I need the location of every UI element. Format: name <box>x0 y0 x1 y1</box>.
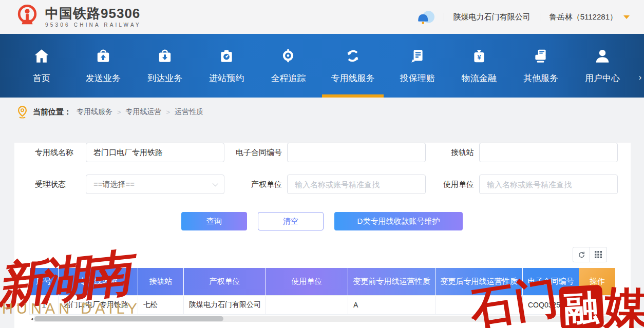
gear-icon <box>593 302 601 310</box>
cell-property-unit: 陕煤电力石门有限公司 <box>184 295 266 314</box>
cell-junction: 七松 <box>138 295 184 314</box>
user-unit-label: 使用单位 <box>426 180 479 189</box>
col-user-unit: 使用单位 <box>266 268 348 295</box>
refresh-icon <box>578 251 585 259</box>
top-header: 中国铁路95306 95306 CHINA RAILWAY 陕煤电力石门有限公司… <box>0 0 644 34</box>
logo-subtitle: 95306 CHINA RAILWAY <box>45 22 141 28</box>
cell-nature-after <box>435 295 523 314</box>
main-navigation: 首页 发送业务 到达业务 进站预约 全程追踪 专用线服务 投保理赔 ¥ 物流金融… <box>0 34 644 98</box>
nav-more-chevron-icon[interactable]: › <box>639 73 641 82</box>
breadcrumb-separator: > <box>117 108 121 116</box>
nav-item-other-services[interactable]: 其他服务 <box>522 34 560 98</box>
nav-item-full-tracking[interactable]: 全程追踪 <box>269 34 307 98</box>
china-railway-emblem-icon <box>15 4 39 30</box>
cell-nature-before: A <box>348 295 435 314</box>
accept-status-label: 受理状态 <box>35 180 86 189</box>
scroll-right-arrow-icon[interactable]: ▸ <box>610 316 615 322</box>
nav-item-label: 首页 <box>33 72 50 84</box>
nav-item-insurance-claim[interactable]: 投保理赔 <box>399 34 437 98</box>
cell-contract-no: COQ03252 <box>523 295 579 314</box>
special-line-icon <box>345 48 361 66</box>
nav-item-station-reservation[interactable]: 进站预约 <box>207 34 245 98</box>
breadcrumb-level2[interactable]: 专用线运营 <box>126 107 162 117</box>
nav-item-arrive-business[interactable]: 到达业务 <box>146 34 184 98</box>
nav-item-label: 用户中心 <box>585 72 620 84</box>
nav-item-label: 物流金融 <box>462 72 497 84</box>
send-box-icon <box>95 48 111 66</box>
breadcrumb-separator: > <box>166 108 171 116</box>
special-line-name-input[interactable] <box>86 143 224 162</box>
cell-seq: 1 <box>30 295 59 314</box>
nav-item-label: 投保理赔 <box>400 72 435 84</box>
nav-item-label: 全程追踪 <box>271 72 306 84</box>
property-unit-input[interactable] <box>287 175 426 194</box>
table-row[interactable]: 1 岩门口电厂专用铁路 七松 陕煤电力石门有限公司 A COQ03252 <box>30 295 615 314</box>
junction-station-input[interactable] <box>479 143 618 162</box>
notification-bell-icon[interactable] <box>416 9 434 25</box>
tracking-target-icon <box>280 48 296 66</box>
nav-item-label: 其他服务 <box>523 72 558 84</box>
breadcrumb-prefix: 当前位置： <box>33 107 71 117</box>
user-unit-input[interactable] <box>479 175 618 194</box>
query-button[interactable]: 查询 <box>181 212 247 230</box>
row-settings-button[interactable] <box>593 300 601 308</box>
d-class-account-maintain-button[interactable]: D类专用线收款账号维护 <box>334 212 463 230</box>
insurance-claim-icon <box>409 48 426 66</box>
special-line-name-label: 专用线名称 <box>35 148 86 158</box>
col-nature-after: 变更后专用线运营性质 <box>435 268 523 295</box>
property-unit-label: 产权单位 <box>224 180 287 189</box>
table-header-row: 序号 专用线名称 接轨站 产权单位 使用单位 变更前专用线运营性质 变更后专用线… <box>30 268 615 295</box>
location-pin-icon <box>17 105 28 119</box>
results-table: 序号 专用线名称 接轨站 产权单位 使用单位 变更前专用线运营性质 变更后专用线… <box>29 268 615 315</box>
col-nature-before: 变更前专用线运营性质 <box>348 268 435 295</box>
contract-no-label: 电子合同编号 <box>224 148 287 158</box>
horizontal-scrollbar[interactable]: ◂ ▸ <box>29 316 615 322</box>
user-caret-down-icon[interactable] <box>623 15 630 22</box>
accept-status-select[interactable]: ==请选择== <box>86 175 224 194</box>
nav-item-label: 到达业务 <box>147 72 182 84</box>
breadcrumb: 当前位置： 专用线服务 > 专用线运营 > 运营性质 <box>0 98 644 126</box>
other-services-icon <box>533 48 549 66</box>
breadcrumb-level3[interactable]: 运营性质 <box>175 107 203 117</box>
accept-status-value: ==请选择== <box>93 180 135 189</box>
arrive-box-icon <box>157 48 173 66</box>
company-name: 陕煤电力石门有限公司 <box>453 12 531 22</box>
nav-item-label: 发送业务 <box>86 72 121 84</box>
nav-item-label: 进站预约 <box>209 72 244 84</box>
nav-item-user-center[interactable]: 用户中心 <box>583 34 621 98</box>
nav-item-home[interactable]: 首页 <box>23 34 61 98</box>
col-property-unit: 产权单位 <box>184 268 266 295</box>
divider <box>444 13 444 21</box>
col-seq: 序号 <box>30 268 59 295</box>
content-card: 专用线名称 电子合同编号 接轨站 受理状态 ==请选择== 产权单位 使用单位 … <box>14 143 631 328</box>
home-icon <box>33 48 50 66</box>
user-center-icon <box>594 48 611 66</box>
cell-operation <box>579 295 615 314</box>
user-menu[interactable]: 鲁岳林（5112281） <box>550 12 617 22</box>
nav-item-send-business[interactable]: 发送业务 <box>84 34 122 98</box>
junction-station-label: 接轨站 <box>426 148 479 158</box>
nav-item-special-line-service[interactable]: 专用线服务 <box>331 34 375 98</box>
scrollbar-track[interactable] <box>34 316 610 322</box>
logistics-finance-icon: ¥ <box>471 48 487 66</box>
clear-button[interactable]: 清空 <box>258 212 324 230</box>
station-reservation-icon <box>218 48 235 66</box>
scrollbar-thumb[interactable] <box>34 316 223 321</box>
col-operation: 操作 <box>579 268 615 295</box>
logo[interactable]: 中国铁路95306 95306 CHINA RAILWAY <box>15 4 141 30</box>
chevron-down-icon <box>213 181 218 186</box>
svg-text:¥: ¥ <box>477 53 481 61</box>
divider <box>540 13 540 21</box>
contract-no-input[interactable] <box>287 143 426 162</box>
cell-line-name: 岩门口电厂专用铁路 <box>59 295 138 314</box>
col-junction: 接轨站 <box>138 268 184 295</box>
col-contract-no: 电子合同编号 <box>523 268 579 295</box>
nav-item-logistics-finance[interactable]: ¥ 物流金融 <box>460 34 498 98</box>
cell-user-unit <box>266 295 348 314</box>
grid-columns-icon <box>595 251 602 258</box>
breadcrumb-level1[interactable]: 专用线服务 <box>77 107 112 117</box>
scroll-left-arrow-icon[interactable]: ◂ <box>29 316 34 322</box>
refresh-button[interactable] <box>573 247 590 262</box>
column-settings-button[interactable] <box>590 247 607 262</box>
nav-item-label: 专用线服务 <box>331 72 375 84</box>
